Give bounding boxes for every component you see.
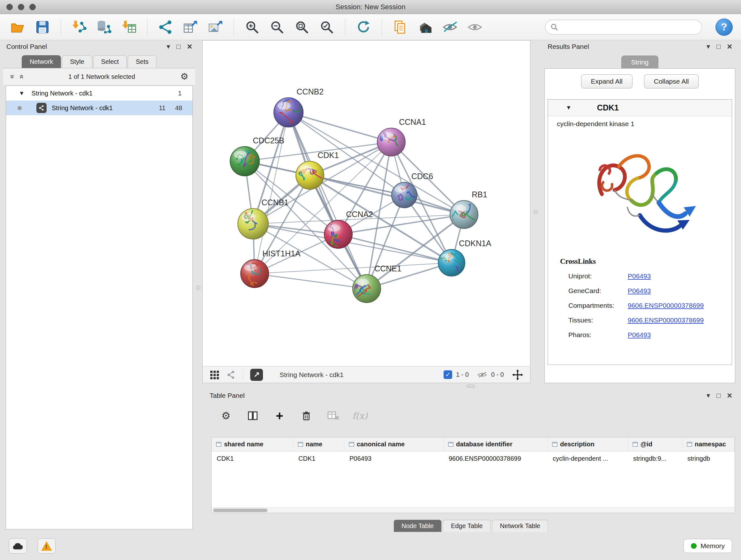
zoom-fit-button[interactable] — [293, 17, 311, 37]
function-builder-icon[interactable]: f(x) — [352, 408, 368, 424]
warnings-button[interactable]: ! — [38, 538, 56, 554]
column-header-shared-name[interactable]: shared name — [212, 437, 293, 451]
delete-column-trash-icon[interactable] — [298, 408, 314, 424]
cloud-status-button[interactable] — [9, 538, 27, 554]
add-column-icon[interactable]: + — [272, 408, 287, 424]
network-node-HIST1H1A[interactable]: HIST1H1A — [240, 249, 300, 288]
column-header-database-identifier[interactable]: database identifier — [444, 437, 548, 451]
collapse-all-networks-icon[interactable]: » — [17, 74, 25, 78]
splitter-handle[interactable] — [196, 286, 200, 290]
search-input[interactable] — [561, 23, 697, 30]
tab-string[interactable]: String — [621, 56, 659, 68]
protein-card-header[interactable]: ▼ CDK1 — [548, 100, 732, 116]
cell-id[interactable]: stringdb:9... — [628, 451, 682, 465]
panel-float-icon[interactable]: □ — [717, 43, 721, 50]
network-node-CCNA1[interactable]: CCNA1 — [377, 118, 426, 156]
network-node-CDK1[interactable]: CDK1 — [296, 151, 339, 189]
panel-close-icon[interactable]: × — [187, 43, 192, 51]
cell-name[interactable]: CDK1 — [293, 451, 344, 465]
pan-crosshair-icon[interactable] — [512, 369, 523, 380]
tab-edge-table[interactable]: Edge Table — [443, 520, 491, 532]
tab-network[interactable]: Network — [22, 55, 61, 68]
grid-view-icon[interactable] — [210, 370, 219, 380]
column-header-description[interactable]: description — [548, 437, 628, 451]
network-edge-CCNB2-CCNE1[interactable] — [288, 112, 367, 289]
import-network-from-file-button[interactable] — [70, 17, 88, 37]
network-edge-CCNB2-CCNA1[interactable] — [288, 112, 391, 142]
column-header-name[interactable]: name — [293, 437, 344, 451]
panel-close-icon[interactable]: × — [727, 391, 732, 400]
cell-description[interactable]: cyclin-dependent ... — [548, 451, 628, 465]
expand-all-button[interactable]: Expand All — [581, 74, 632, 88]
panel-close-icon[interactable]: × — [727, 43, 732, 51]
column-header-canonical-name[interactable]: canonical name — [344, 437, 444, 451]
tab-node-table[interactable]: Node Table — [394, 520, 442, 532]
crosslink-link[interactable]: P06493 — [628, 287, 651, 295]
copy-document-button[interactable] — [391, 17, 409, 37]
card-disclosure-icon[interactable]: ▼ — [566, 105, 571, 111]
detach-view-button[interactable]: ↗ — [250, 369, 263, 381]
import-network-from-database-button[interactable] — [95, 17, 113, 37]
tab-network-table[interactable]: Network Table — [492, 520, 548, 532]
cell-namespace[interactable]: stringdb — [682, 451, 735, 465]
show-columns-icon[interactable] — [245, 408, 261, 424]
selected-checkbox-icon[interactable]: ✓ — [444, 370, 452, 379]
panel-menu-icon[interactable]: ▾ — [706, 392, 710, 399]
tab-sets[interactable]: Sets — [128, 55, 156, 68]
network-share-small-icon[interactable] — [226, 370, 236, 380]
tab-select[interactable]: Select — [93, 55, 127, 68]
network-node-CCNB1[interactable]: CCNB1 — [238, 198, 288, 239]
network-collection-row[interactable]: ▼ String Network - cdk1 1 — [6, 86, 192, 101]
export-table-button[interactable] — [181, 17, 200, 37]
refresh-view-button[interactable] — [354, 17, 373, 37]
zoom-in-button[interactable] — [243, 17, 261, 37]
column-header-namespace[interactable]: namespac — [682, 437, 735, 451]
splitter-handle[interactable] — [467, 385, 475, 388]
network-node-CCNA2[interactable]: CCNA2 — [324, 210, 373, 248]
show-all-button[interactable] — [466, 17, 484, 37]
crosslink-link[interactable]: 9606.ENSP00000378699 — [628, 316, 704, 324]
hide-selected-button[interactable] — [441, 17, 459, 37]
crosslink-link[interactable]: P06493 — [628, 331, 651, 339]
table-row[interactable]: CDK1 CDK1 P06493 9606.ENSP00000378699 cy… — [212, 451, 735, 465]
help-button[interactable]: ? — [716, 18, 733, 36]
network-node-CCNB2[interactable]: CCNB2 — [274, 87, 324, 127]
panel-float-icon[interactable]: □ — [717, 392, 721, 399]
delete-table-icon[interactable] — [325, 408, 341, 424]
horizontal-scrollbar[interactable] — [212, 507, 735, 513]
network-edge-CDK1-RB1[interactable] — [310, 175, 464, 214]
cell-database-identifier[interactable]: 9606.ENSP00000378699 — [444, 451, 548, 465]
network-node-RB1[interactable]: RB1 — [445, 190, 487, 229]
minimize-window-button[interactable] — [18, 4, 24, 10]
network-row-selected[interactable]: String Network - cdk1 11 48 — [6, 101, 192, 115]
memory-button[interactable]: Memory — [684, 539, 732, 553]
cell-canonical-name[interactable]: P06493 — [344, 451, 444, 465]
crosslink-link[interactable]: P06493 — [628, 272, 651, 280]
collapse-all-button[interactable]: Collapse All — [644, 74, 699, 88]
maximize-window-button[interactable] — [29, 4, 36, 10]
export-image-button[interactable] — [206, 17, 225, 37]
collection-disclosure-icon[interactable]: ▼ — [19, 90, 24, 97]
open-session-button[interactable] — [8, 17, 27, 37]
panel-menu-icon[interactable]: ▾ — [166, 43, 170, 50]
network-node-CDKN1A[interactable]: CDKN1A — [437, 239, 491, 276]
save-session-button[interactable] — [33, 17, 52, 37]
ndex-home-button[interactable] — [416, 17, 434, 37]
panel-float-icon[interactable]: □ — [177, 43, 181, 50]
crosslink-link[interactable]: 9606.ENSP00000378699 — [628, 302, 704, 309]
zoom-selected-button[interactable] — [318, 17, 336, 37]
network-options-gear-icon[interactable]: ⚙ — [180, 72, 188, 81]
cell-shared-name[interactable]: CDK1 — [212, 451, 293, 465]
tab-style[interactable]: Style — [62, 55, 92, 68]
splitter-handle[interactable] — [534, 210, 538, 214]
scrollbar-thumb[interactable] — [213, 509, 267, 512]
zoom-out-button[interactable] — [268, 17, 286, 37]
table-settings-gear-icon[interactable]: ⚙ — [218, 408, 234, 424]
expand-all-networks-icon[interactable]: » — [8, 74, 17, 78]
network-canvas[interactable]: CCNB2CCNA1CDC25BCDK1CDC6RB1CCNB1CCNA2CDK… — [203, 41, 530, 366]
network-edge-HIST1H1A-CCNE1[interactable] — [255, 273, 367, 289]
import-table-button[interactable] — [120, 17, 138, 37]
new-network-button[interactable] — [156, 17, 175, 37]
panel-menu-icon[interactable]: ▾ — [706, 43, 710, 50]
network-edge-CCNB2-CCNB1[interactable] — [253, 112, 288, 224]
